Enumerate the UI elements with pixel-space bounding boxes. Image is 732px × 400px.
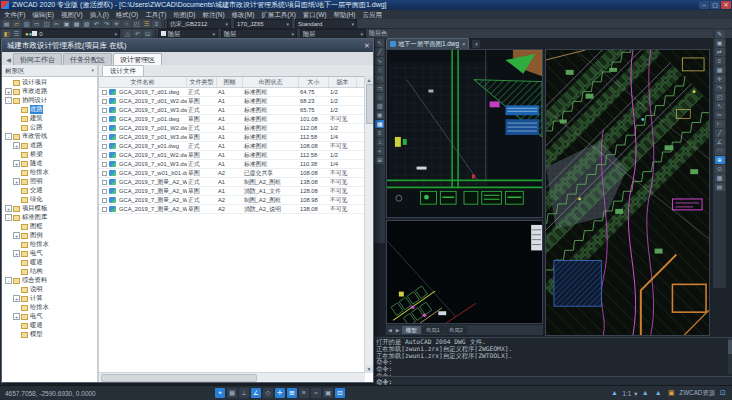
grid-toggle-icon[interactable]: ▦ — [227, 388, 237, 398]
tree-item-绿化[interactable]: 绿化 — [2, 195, 97, 204]
row-checkbox[interactable] — [102, 162, 107, 167]
fullscreen-icon[interactable]: ⊡ — [718, 388, 728, 398]
maximize-button[interactable]: ▢ — [710, 1, 720, 9]
tree-item-暖通[interactable]: 暖通 — [2, 258, 97, 267]
tree-expand-icon[interactable] — [13, 115, 20, 122]
tree-item-道路[interactable]: +道路 — [2, 141, 97, 150]
arc-icon[interactable]: ◠ — [375, 75, 384, 83]
tree-item-图框[interactable]: 图框 — [2, 222, 97, 231]
tree-item-项目模板[interactable]: +项目模板 — [2, 204, 97, 213]
tree-expand-icon[interactable] — [13, 241, 20, 248]
tree-item-综合资料[interactable]: -综合资料 — [2, 276, 97, 285]
tree-expand-icon[interactable] — [13, 322, 20, 329]
move-icon[interactable]: ✛ — [715, 75, 725, 83]
workspace-toggle-icon[interactable]: ⊡ — [335, 388, 345, 398]
tree-item-标准图库[interactable]: -标准图库 — [2, 213, 97, 222]
pan-icon[interactable]: ✛ — [112, 20, 121, 28]
row-checkbox[interactable] — [102, 90, 107, 95]
cad-viewport-left-top[interactable] — [386, 49, 543, 218]
row-checkbox[interactable] — [102, 189, 107, 194]
tree-item-市政管线[interactable]: -市政管线 — [2, 132, 97, 141]
table-row[interactable]: GCA_2019_7_w01_b01.dwg草图A2已提交共享108.08不可见 — [99, 169, 373, 178]
cad-viewport-right[interactable] — [545, 49, 710, 336]
row-checkbox[interactable] — [102, 153, 107, 158]
document-tab[interactable]: 地下一层平面图1.dwg × — [386, 38, 469, 49]
layer-properties-icon[interactable]: ◧ — [2, 30, 11, 38]
lineweight-toggle-icon[interactable]: ≈ — [311, 388, 321, 398]
tab-design-files[interactable]: 设计文件 — [102, 65, 144, 76]
erase-icon[interactable]: ✎ — [715, 30, 725, 38]
plot-icon[interactable]: ▭ — [32, 20, 41, 28]
open-file-icon[interactable]: ▱ — [12, 20, 21, 28]
lineweight-combo[interactable]: 随层▾ — [300, 29, 366, 39]
dialog-title-bar[interactable]: 城建市政设计管理系统(项目库 在线) ✕ — [2, 39, 373, 52]
layers-icon[interactable]: ☰ — [142, 20, 151, 28]
tree-item-协同设计[interactable]: -协同设计 — [2, 96, 97, 105]
polyline-icon[interactable]: ∿ — [375, 57, 384, 65]
copy-object-icon[interactable]: ▣ — [715, 39, 725, 47]
tree-expand-icon[interactable]: + — [13, 313, 20, 320]
layer-states-icon[interactable]: ☰ — [12, 30, 21, 38]
tree-item-结构[interactable]: 结构 — [2, 267, 97, 276]
scale-icon[interactable]: ◰ — [715, 93, 725, 101]
tree-item-电气[interactable]: +电气 — [2, 312, 97, 321]
tree-item-给排水[interactable]: 给排水 — [2, 303, 97, 312]
match-properties-icon[interactable]: ▨ — [82, 20, 91, 28]
select-arrow-icon[interactable]: ↖ — [375, 39, 384, 47]
polar-toggle-icon[interactable]: ∠ — [251, 388, 261, 398]
row-checkbox[interactable] — [102, 144, 107, 149]
menu-item-12[interactable]: 云应用 — [362, 10, 382, 19]
layer-combo[interactable]: ●● 0▾ — [22, 29, 120, 39]
tree-expand-icon[interactable]: + — [13, 232, 20, 239]
color-combo[interactable]: 随层▾ — [158, 29, 218, 39]
zoom-window-icon[interactable]: ◰ — [132, 20, 141, 28]
command-window[interactable]: 打开的是 AutoCAD 2004 DWG 文件.正在加载[zwuni.zrx]… — [374, 337, 732, 385]
tab-list-icon[interactable]: ▾ — [472, 40, 480, 48]
column-header-图幅[interactable]: 图幅 — [217, 77, 243, 87]
dimension-icon[interactable]: ⊥ — [375, 138, 384, 146]
offset-icon[interactable]: ≡ — [715, 57, 725, 65]
tree-expand-icon[interactable] — [13, 196, 20, 203]
tree-item-桥梁[interactable]: 桥梁 — [2, 150, 97, 159]
auto-scale-icon[interactable]: ▲ — [653, 388, 663, 398]
tree-item-设计项目[interactable]: 设计项目 — [2, 78, 97, 87]
document-tab-close-icon[interactable]: × — [462, 41, 466, 47]
row-checkbox[interactable] — [102, 171, 107, 176]
scale-chevron-icon[interactable]: ▾ — [634, 390, 637, 397]
row-checkbox[interactable] — [102, 117, 107, 122]
tree-expand-icon[interactable] — [13, 268, 20, 275]
tree-expand-icon[interactable]: + — [5, 205, 12, 212]
dialog-back-icon[interactable]: ◀ — [4, 55, 13, 65]
tree-item-图例[interactable]: +图例 — [2, 231, 97, 240]
tree-expand-icon[interactable] — [13, 187, 20, 194]
otrack-toggle-icon[interactable]: ✛ — [275, 388, 285, 398]
table-row[interactable]: GCA_2019_7_测量_A2_W3.dwg正式A2制图_A2_图框108.9… — [99, 196, 373, 205]
text-style-combo[interactable]: 仿宋_GB2312▾ — [167, 19, 231, 29]
tree-item-给排水[interactable]: 给排水 — [2, 168, 97, 177]
rotate-icon[interactable]: ↷ — [715, 84, 725, 92]
hatch-icon[interactable]: ▨ — [375, 102, 384, 110]
line-icon[interactable]: ╱ — [375, 48, 384, 56]
row-checkbox[interactable] — [102, 108, 107, 113]
new-file-icon[interactable]: ▤ — [2, 20, 11, 28]
mirror-icon[interactable]: ⇄ — [715, 48, 725, 56]
table-row[interactable]: GCA_2019_7_p01_W2.dwg正式A1标准图框112.081/2 — [99, 124, 373, 133]
table-row[interactable]: GCA_2019_7_p01.dwg草图A1标准图框101.08不可见 — [99, 115, 373, 124]
tree-item-道路[interactable]: 道路 — [2, 105, 97, 114]
tree-item-建筑[interactable]: 建筑 — [2, 114, 97, 123]
layer-previous-icon[interactable]: ↶ — [133, 30, 142, 38]
isolate-objects-icon[interactable]: ▣ — [666, 388, 676, 398]
row-checkbox[interactable] — [102, 180, 107, 185]
tree-expand-icon[interactable]: - — [5, 277, 12, 284]
row-checkbox[interactable] — [102, 126, 107, 131]
save-icon[interactable]: ▥ — [22, 20, 31, 28]
block-icon[interactable]: ▣ — [375, 111, 384, 119]
ortho-toggle-icon[interactable]: ⊥ — [239, 388, 249, 398]
menu-item-4[interactable]: 格式(O) — [116, 10, 138, 19]
fillet-icon[interactable]: ◠ — [715, 147, 725, 155]
scroll-up-icon[interactable]: ▲ — [365, 76, 373, 84]
preview-icon[interactable]: ◫ — [42, 20, 51, 28]
linetype-combo[interactable]: 随层▾ — [221, 29, 297, 39]
horizontal-scroll-thumb[interactable] — [101, 374, 257, 382]
tree-expand-icon[interactable] — [13, 223, 20, 230]
